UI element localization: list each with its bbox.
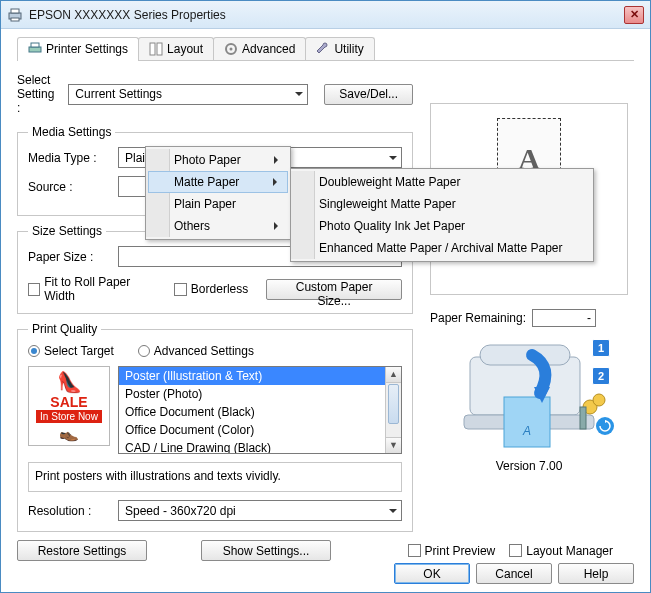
svg-point-16 [593, 394, 605, 406]
menu-item-doubleweight-matte[interactable]: Doubleweight Matte Paper [293, 171, 591, 193]
menu-label: Plain Paper [174, 197, 236, 211]
gear-icon [224, 42, 238, 56]
content-area: Printer Settings Layout Advanced Utility… [1, 29, 650, 565]
printer-illustration: A 1 2 [444, 337, 614, 455]
media-legend: Media Settings [28, 125, 115, 139]
select-target-radio[interactable]: Select Target [28, 344, 114, 358]
tab-label: Utility [334, 42, 363, 56]
select-target-label: Select Target [44, 344, 114, 358]
scroll-thumb[interactable] [388, 384, 399, 424]
properties-dialog: EPSON XXXXXXX Series Properties ✕ Printe… [0, 0, 651, 593]
help-button[interactable]: Help [558, 563, 634, 584]
tab-printer-settings[interactable]: Printer Settings [17, 37, 139, 60]
layout-manager-checkbox[interactable]: Layout Manager [509, 544, 613, 558]
list-item[interactable]: CAD / Line Drawing (Black) [119, 439, 401, 454]
resolution-label: Resolution : [28, 504, 110, 518]
ok-button[interactable]: OK [394, 563, 470, 584]
print-quality-group: Print Quality Select Target Advanced Set… [17, 322, 413, 532]
borderless-label: Borderless [191, 282, 248, 296]
menu-item-matte-paper[interactable]: Matte Paper [148, 171, 288, 193]
print-preview-checkbox[interactable]: Print Preview [408, 544, 496, 558]
restore-settings-button[interactable]: Restore Settings [17, 540, 147, 561]
media-type-menu[interactable]: Photo Paper Matte Paper Plain Paper Othe… [145, 146, 291, 240]
checkbox-box [28, 283, 40, 296]
show-settings-button[interactable]: Show Settings... [201, 540, 331, 561]
quality-description: Print posters with illustrations and tex… [28, 462, 402, 492]
tab-utility[interactable]: Utility [305, 37, 374, 60]
svg-rect-11 [480, 345, 570, 365]
tab-label: Printer Settings [46, 42, 128, 56]
submenu-arrow-icon [273, 178, 281, 186]
right-panel: A Paper Remaining: - A [430, 103, 628, 473]
bottom-row: Restore Settings Show Settings... Print … [17, 540, 613, 561]
select-setting-label: Select Setting : [17, 73, 60, 115]
resolution-dropdown[interactable]: Speed - 360x720 dpi [118, 500, 402, 521]
tab-advanced[interactable]: Advanced [213, 37, 306, 60]
quality-target-listbox[interactable]: Poster (Illustration & Text) Poster (Pho… [118, 366, 402, 454]
paper-remaining-label: Paper Remaining: [430, 311, 526, 325]
custom-paper-size-button[interactable]: Custom Paper Size... [266, 279, 402, 300]
scrollbar[interactable]: ▲ ▼ [385, 367, 401, 453]
svg-rect-1 [11, 9, 19, 13]
submenu-arrow-icon [274, 222, 282, 230]
sale-text: SALE [50, 394, 87, 410]
menu-label: Enhanced Matte Paper / Archival Matte Pa… [319, 241, 562, 255]
checkbox-box [408, 544, 421, 557]
scroll-down-button[interactable]: ▼ [386, 437, 401, 453]
list-item[interactable]: Office Document (Color) [119, 421, 401, 439]
menu-label: Matte Paper [174, 175, 239, 189]
select-setting-dropdown[interactable]: Current Settings [68, 84, 308, 105]
menu-item-enhanced-matte[interactable]: Enhanced Matte Paper / Archival Matte Pa… [293, 237, 591, 259]
cancel-button[interactable]: Cancel [476, 563, 552, 584]
advanced-label: Advanced Settings [154, 344, 254, 358]
size-legend: Size Settings [28, 224, 106, 238]
fit-roll-label: Fit to Roll Paper Width [44, 275, 156, 303]
paper-remaining-row: Paper Remaining: - [430, 309, 628, 327]
resolution-value: Speed - 360x720 dpi [125, 504, 236, 518]
svg-rect-12 [504, 397, 550, 447]
borderless-checkbox[interactable]: Borderless [174, 282, 248, 296]
close-button[interactable]: ✕ [624, 6, 644, 24]
fit-roll-checkbox[interactable]: Fit to Roll Paper Width [28, 275, 156, 303]
menu-item-photo-paper[interactable]: Photo Paper [148, 149, 288, 171]
list-item[interactable]: Poster (Illustration & Text) [119, 367, 401, 385]
quality-targets-row: 👠 SALE In Store Now 👞 Poster (Illustrati… [28, 366, 402, 454]
scroll-up-button[interactable]: ▲ [386, 367, 401, 383]
list-item[interactable]: Poster (Photo) [119, 385, 401, 403]
svg-rect-6 [157, 43, 162, 55]
paper-size-label: Paper Size : [28, 250, 110, 264]
heel-icon: 👠 [57, 370, 82, 394]
shoe-icon: 👞 [59, 423, 79, 442]
menu-item-photo-quality-inkjet[interactable]: Photo Quality Ink Jet Paper [293, 215, 591, 237]
svg-rect-17 [580, 407, 586, 429]
advanced-settings-radio[interactable]: Advanced Settings [138, 344, 254, 358]
badge-2: 2 [592, 367, 610, 385]
print-preview-label: Print Preview [425, 544, 496, 558]
badge-1: 1 [592, 339, 610, 357]
store-text: In Store Now [36, 410, 102, 423]
submenu-arrow-icon [274, 156, 282, 164]
menu-item-others[interactable]: Others [148, 215, 288, 237]
dialog-buttons: OK Cancel Help [394, 563, 634, 584]
layout-manager-label: Layout Manager [526, 544, 613, 558]
menu-item-singleweight-matte[interactable]: Singleweight Matte Paper [293, 193, 591, 215]
save-del-button[interactable]: Save/Del... [324, 84, 413, 105]
version-label: Version 7.00 [430, 459, 628, 473]
svg-point-8 [230, 48, 233, 51]
menu-label: Photo Quality Ink Jet Paper [319, 219, 465, 233]
printer-icon [28, 42, 42, 56]
media-type-label: Media Type : [28, 151, 110, 165]
select-setting-value: Current Settings [75, 87, 162, 101]
radio-dot [138, 345, 150, 357]
menu-item-plain-paper[interactable]: Plain Paper [148, 193, 288, 215]
refresh-button[interactable] [596, 417, 614, 435]
tab-layout[interactable]: Layout [138, 37, 214, 60]
matte-paper-submenu[interactable]: Doubleweight Matte Paper Singleweight Ma… [290, 168, 594, 262]
tab-label: Layout [167, 42, 203, 56]
radio-dot [28, 345, 40, 357]
menu-label: Singleweight Matte Paper [319, 197, 456, 211]
source-label: Source : [28, 180, 110, 194]
list-item[interactable]: Office Document (Black) [119, 403, 401, 421]
titlebar: EPSON XXXXXXX Series Properties ✕ [1, 1, 650, 29]
svg-rect-5 [150, 43, 155, 55]
